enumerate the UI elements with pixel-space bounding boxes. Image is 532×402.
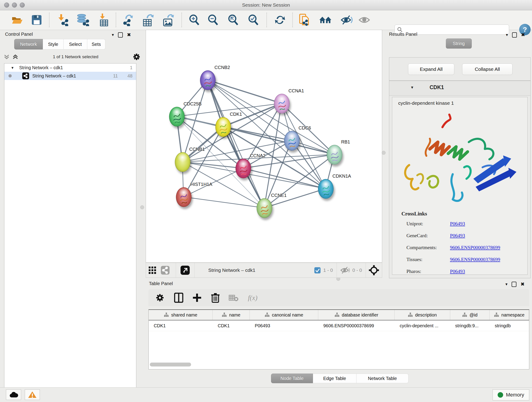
tab-node-table[interactable]: Node Table [271,374,313,383]
disclosure-triangle-icon[interactable]: ▼ [11,66,14,70]
crosslink-value[interactable]: P06493 [450,269,465,274]
edge-CCNB2-CCNE1[interactable] [208,80,264,208]
column-header-canonicalname[interactable]: canonical name [250,310,318,320]
column-header-databaseidentifier[interactable]: database identifier [318,310,394,320]
panel-minimize-icon[interactable]: ▾ [506,32,508,37]
tab-string[interactable]: String [446,38,472,49]
delete-column-icon[interactable] [211,293,220,303]
node-CDC6[interactable] [284,131,300,151]
edge-CCNB2-CCNA1[interactable] [208,80,282,103]
node-CCNE1[interactable] [257,198,272,218]
network-row-selected[interactable]: String Network – cdk1 11 48 [4,72,136,80]
edge-HIST1H1A-CCNE1[interactable] [184,197,264,208]
tab-network[interactable]: Network [14,39,43,50]
import-network-file-icon[interactable] [56,13,69,26]
edge-CCNB2-RB1[interactable] [208,80,334,154]
grid-view-icon[interactable] [146,264,159,277]
open-in-window-icon[interactable] [176,264,194,277]
open-session-icon[interactable] [11,13,23,26]
warning-icon[interactable] [25,389,40,400]
hide-selected-icon[interactable] [341,13,353,26]
edge-CCNA1-CCNE1[interactable] [264,103,282,208]
save-session-icon[interactable] [30,13,43,26]
table-row[interactable]: CDK1CDK1P064939606.ENSP00000378699cyclin… [149,320,529,331]
refresh-icon[interactable] [273,13,286,26]
edge-CDKN1A-CCNE1[interactable] [264,189,326,208]
export-image-icon[interactable] [162,13,175,26]
panel-float-icon[interactable] [512,32,517,38]
tab-style[interactable]: Style [43,39,64,50]
node-CDK1[interactable] [215,117,231,137]
panel-close-icon[interactable]: ✖ [521,32,525,38]
crosslink-value[interactable]: P06493 [450,233,465,239]
node-CCNB2[interactable] [200,70,215,90]
panel-float-icon[interactable] [118,32,123,38]
selected-checkbox-icon[interactable] [314,267,321,274]
clone-network-icon[interactable] [298,13,311,26]
show-all-icon[interactable] [358,13,371,26]
tab-network-table[interactable]: Network Table [356,374,409,383]
panel-minimize-icon[interactable]: ▾ [505,282,507,287]
panel-close-icon[interactable]: ✖ [127,32,131,38]
expand-all-icon[interactable] [12,54,19,60]
tab-sets[interactable]: Sets [87,39,105,50]
network-badge-icon[interactable] [159,264,172,277]
node-HIST1H1A[interactable] [176,187,191,207]
tab-edge-table[interactable]: Edge Table [313,374,356,383]
zoom-in-icon[interactable] [188,13,201,26]
add-column-icon[interactable] [192,293,202,302]
node-CDKN1A[interactable] [318,179,334,199]
function-builder-icon[interactable]: f(x) [248,294,258,302]
panel-float-icon[interactable] [512,282,516,287]
column-header-sharedname[interactable]: shared name [149,310,213,320]
first-neighbors-icon[interactable] [319,13,332,26]
collapse-all-button[interactable]: Collapse All [462,64,513,75]
zoom-fit-icon[interactable] [227,13,240,26]
table-cell[interactable]: P06493 [250,320,318,331]
clear-table-icon[interactable] [229,294,239,302]
panel-minimize-icon[interactable]: ▾ [112,32,114,37]
node-CCNA1[interactable] [274,94,290,114]
network-canvas[interactable]: CCNB2CCNA1CDC25BCDK1CDC6RB1CCNB1CCNA2CDK… [146,30,382,263]
left-splitter-handle[interactable] [140,205,144,209]
footer-separator [336,263,337,278]
crosslink-value[interactable]: P06493 [450,221,465,227]
table-cell[interactable]: CDK1 [213,320,250,331]
node-CCNA2[interactable] [235,159,251,178]
panel-close-icon[interactable]: ✖ [520,281,525,287]
zoom-selected-icon[interactable] [247,13,260,26]
table-cell[interactable]: stringdb:9... [450,320,490,331]
crosslink-value[interactable]: 9606.ENSP00000378699 [450,257,500,262]
column-header-name[interactable]: name [213,310,250,320]
table-cell[interactable]: cyclin-dependent ... [394,320,450,331]
cloud-icon[interactable] [6,389,21,400]
gear-icon[interactable] [133,53,141,61]
table-cell[interactable]: 9606.ENSP00000378699 [318,320,394,331]
expand-all-button[interactable]: Expand All [408,64,454,75]
disclosure-triangle-icon[interactable]: ▼ [410,85,414,89]
crosslink-value[interactable]: 9606.ENSP00000378699 [450,245,500,250]
node-CDC25B[interactable] [169,107,185,127]
horizontal-scrollbar[interactable] [150,363,191,366]
columns-icon[interactable] [174,293,183,303]
settings-gear-icon[interactable] [155,293,165,302]
network-collection-row[interactable]: ▼ String Network – cdk1 1 [4,64,136,72]
table-cell[interactable]: CDK1 [149,320,213,331]
export-table-icon[interactable] [142,13,154,26]
column-header-namespace[interactable]: namespace [490,310,529,320]
collapse-all-icon[interactable] [3,54,10,60]
birds-eye-view-icon[interactable] [366,264,382,277]
node-CCNB1[interactable] [175,152,190,172]
column-header-description[interactable]: description [394,310,450,320]
zoom-out-icon[interactable] [207,13,220,26]
import-network-database-icon[interactable] [76,13,89,26]
hidden-eye-icon[interactable] [340,266,350,274]
tab-select[interactable]: Select [64,39,87,50]
node-RB1[interactable] [327,145,342,165]
table-cell[interactable]: stringdb [490,320,529,331]
export-network-icon[interactable] [122,13,135,26]
import-table-icon[interactable] [98,13,110,26]
memory-button[interactable]: Memory [493,389,529,400]
column-header-id[interactable]: @id [450,310,490,320]
protein-section-header[interactable]: ▼ CDK1 [389,81,530,96]
